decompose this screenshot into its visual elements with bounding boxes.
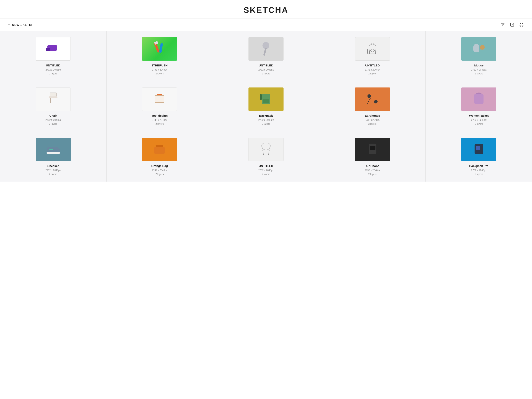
backpack-outline-icon	[365, 41, 380, 57]
svg-point-4	[503, 24, 504, 25]
toothbrush-icon	[152, 41, 167, 57]
sketch-card-mouse[interactable]: Mouse 2732 x 2048px2 layers	[426, 31, 532, 81]
sketch-thumbnail-untitled-2	[248, 37, 284, 61]
sketch-name: Mouse	[474, 64, 483, 67]
new-sketch-button[interactable]: + NEW SKETCH	[8, 23, 34, 27]
backpack-colored-icon	[258, 91, 274, 107]
airphone-icon	[365, 142, 380, 157]
sketch-card-tool-design[interactable]: Tool design 2732 x 2048px2 layers	[107, 81, 213, 131]
sketch-meta: 2732 x 2048px2 layers	[152, 168, 167, 176]
toolbar: + NEW SKETCH	[0, 19, 532, 31]
play-icon[interactable]	[509, 22, 515, 27]
sketch-meta: 2732 x 2048px2 layers	[152, 118, 167, 126]
sketch-meta: 2732 x 2048px2 layers	[365, 68, 380, 76]
sketch-name: Tool design	[152, 114, 168, 117]
sketch-meta: 2732 x 2048px2 layers	[258, 168, 274, 176]
sketch-name: UNTITLED	[259, 164, 273, 167]
sketch-meta: 2732 x 2048px2 layers	[45, 118, 61, 126]
sketch-card-chair[interactable]: Chair 2732 x 2048px2 layers	[0, 81, 106, 131]
sketch-card-untitled-3[interactable]: UNTITLED 2732 x 2048px2 layers	[319, 31, 426, 81]
sketch-meta: 2732 x 2048px2 layers	[152, 68, 167, 76]
sketch-meta: 2732 x 2048px2 layers	[258, 118, 274, 126]
header: SKETCHA	[0, 0, 532, 19]
sketch-card-sneaker[interactable]: Sneaker 2732 x 2048px2 layers	[0, 131, 106, 182]
sketch-thumbnail-women-jacket	[461, 87, 496, 111]
sketch-name: Orange Bag	[151, 164, 168, 167]
sketch-thumbnail-chair	[36, 87, 71, 111]
sketch-meta: 2732 x 2048px2 layers	[45, 168, 61, 176]
sketch-meta: 2732 x 2048px2 layers	[258, 68, 274, 76]
svg-point-3	[502, 23, 502, 24]
shower-icon	[258, 41, 274, 57]
grill-icon	[258, 142, 274, 157]
sketch-name: Sneaker	[48, 164, 59, 167]
sketch-meta: 2732 x 2048px2 layers	[471, 168, 487, 176]
sketch-thumbnail-dark-backpack	[461, 138, 496, 161]
svg-marker-7	[512, 24, 513, 25]
sketch-name: Air Phone	[366, 164, 379, 167]
sketch-card-women-jacket[interactable]: Women jacket 2732 x 2048px2 layers	[426, 81, 532, 131]
sketch-name: UNTITLED	[365, 64, 380, 67]
chair-icon	[45, 91, 61, 107]
svg-point-8	[371, 49, 374, 52]
sketch-thumbnail-untitled-1	[36, 37, 71, 61]
tool-icon	[152, 91, 167, 107]
headset-icon[interactable]	[519, 22, 524, 27]
grid-row-2: Chair 2732 x 2048px2 layers Tool design …	[0, 81, 532, 131]
sketch-card-untitled-2[interactable]: UNTITLED 2732 x 2048px2 layers	[213, 31, 319, 81]
sketch-card-orange-bag[interactable]: Orange Bag 2732 x 2048px2 layers	[107, 131, 213, 182]
sketch-card-airphone[interactable]: Air Phone 2732 x 2048px2 layers	[319, 131, 426, 182]
sketch-thumbnail-2thbrush	[142, 37, 177, 61]
sketch-card-untitled-1[interactable]: UNTITLED 2732 x 2048px2 layers	[0, 31, 106, 81]
sketch-meta: 2732 x 2048px2 layers	[471, 118, 487, 126]
sketch-name: Backpack	[259, 114, 273, 117]
sketch-meta: 2732 x 2048px2 layers	[471, 68, 487, 76]
sketch-thumbnail-untitled-3	[355, 37, 390, 61]
new-sketch-label: NEW SKETCH	[12, 23, 34, 26]
sketch-meta: 2732 x 2048px2 layers	[45, 68, 61, 76]
vacuum-icon	[45, 41, 61, 57]
sketch-meta: 2732 x 2048px2 layers	[365, 168, 380, 176]
sketch-thumbnail-earphones	[355, 87, 390, 111]
filter-icon[interactable]	[500, 22, 506, 27]
svg-point-5	[502, 26, 503, 26]
sketch-name: Chair	[50, 114, 57, 117]
sketch-meta: 2732 x 2048px2 layers	[365, 118, 380, 126]
sketch-thumbnail-sneaker	[36, 138, 71, 161]
sketch-thumbnail-backpack	[248, 87, 284, 111]
sketch-thumbnail-orange-bag	[142, 138, 177, 161]
mouse-icon	[471, 41, 487, 57]
jacket-icon	[471, 91, 487, 107]
sketch-thumbnail-tool-design	[142, 87, 177, 111]
sketch-card-backpack[interactable]: Backpack 2732 x 2048px2 layers	[213, 81, 319, 131]
sketch-name: UNTITLED	[259, 64, 273, 67]
plus-icon: +	[8, 23, 11, 27]
sketch-thumbnail-airphone	[355, 138, 390, 161]
grid-row-3: Sneaker 2732 x 2048px2 layers Orange Bag…	[0, 131, 532, 182]
sketch-thumbnail-untitled-4	[248, 138, 284, 161]
sketch-name: Backpack Pro	[469, 164, 488, 167]
darkbp-icon	[471, 142, 487, 157]
sketch-thumbnail-mouse	[461, 37, 496, 61]
orangebag-icon	[152, 142, 167, 157]
grid-row-1: UNTITLED 2732 x 2048px2 layers 2THBRUSH …	[0, 31, 532, 81]
gallery: UNTITLED 2732 x 2048px2 layers 2THBRUSH …	[0, 31, 532, 182]
sketch-card-2thbrush[interactable]: 2THBRUSH 2732 x 2048px2 layers	[107, 31, 213, 81]
sketch-name: Earphones	[365, 114, 380, 117]
sketch-card-dark-backpack[interactable]: Backpack Pro 2732 x 2048px2 layers	[426, 131, 532, 182]
toolbar-right	[500, 22, 524, 27]
sneaker-icon	[45, 142, 61, 157]
sketch-card-earphones[interactable]: Earphones 2732 x 2048px2 layers	[319, 81, 426, 131]
earphones-icon	[365, 91, 380, 107]
app-title: SKETCHA	[0, 6, 532, 15]
sketch-name: 2THBRUSH	[152, 64, 168, 67]
sketch-card-untitled-4[interactable]: UNTITLED 2732 x 2048px2 layers	[213, 131, 319, 182]
sketch-name: Women jacket	[469, 114, 489, 117]
sketch-name: UNTITLED	[46, 64, 60, 67]
